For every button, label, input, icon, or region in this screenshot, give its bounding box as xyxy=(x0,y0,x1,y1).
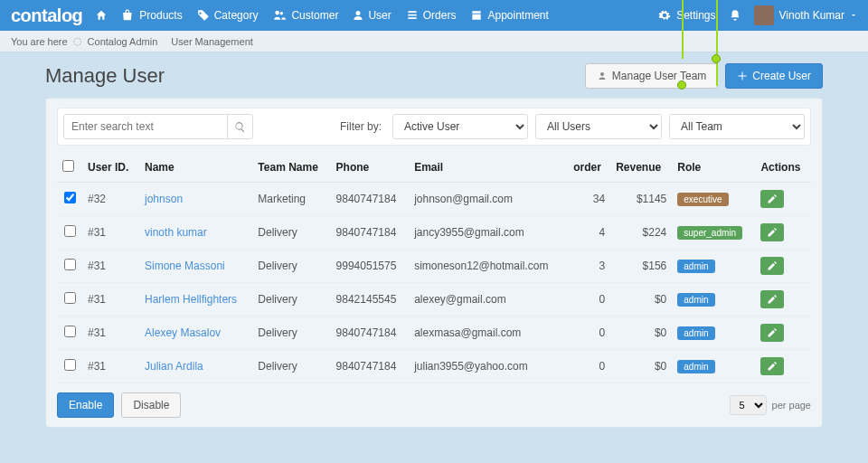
nav-label: Customer xyxy=(291,9,338,22)
cell-name-link[interactable]: vinoth kumar xyxy=(145,226,207,239)
nav-orders[interactable]: Orders xyxy=(406,9,457,22)
cell-name-link[interactable]: Simone Massoni xyxy=(145,260,225,272)
select-all-checkbox[interactable] xyxy=(62,160,74,172)
nav-customer[interactable]: Customer xyxy=(272,9,338,22)
breadcrumb: You are here ◌ Contalog Admin User Manag… xyxy=(0,31,868,52)
filter-team[interactable]: All Team xyxy=(669,114,805,139)
th-team[interactable]: Team Name xyxy=(252,153,330,183)
breadcrumb-sep: ◌ xyxy=(73,35,82,47)
row-checkbox[interactable] xyxy=(64,192,76,203)
filter-status[interactable]: Active User xyxy=(392,114,528,139)
pager: 5 per page xyxy=(730,395,811,415)
edit-button[interactable] xyxy=(760,290,784,308)
nav-label: User xyxy=(368,9,391,22)
nav-items: Products Category Customer User Orders A… xyxy=(95,9,658,22)
edit-button[interactable] xyxy=(760,190,784,208)
cell-team: Delivery xyxy=(252,250,330,283)
cell-revenue: $0 xyxy=(610,283,672,317)
disable-button[interactable]: Disable xyxy=(121,392,181,418)
cell-email: alexmasa@gmail.com xyxy=(409,317,568,350)
create-user-button[interactable]: Create User xyxy=(725,63,823,89)
cell-userid: #31 xyxy=(82,250,139,283)
th-revenue[interactable]: Revenue xyxy=(610,153,672,183)
nav-settings[interactable]: Settings xyxy=(658,9,715,22)
pencil-icon xyxy=(767,260,778,271)
cell-name-link[interactable]: Alexey Masalov xyxy=(145,326,221,339)
user-icon xyxy=(353,9,363,22)
pencil-icon xyxy=(767,294,778,305)
cell-name-link[interactable]: Julian Ardila xyxy=(145,360,203,373)
row-checkbox[interactable] xyxy=(64,259,76,270)
list-icon xyxy=(406,9,419,22)
cell-order: 0 xyxy=(568,317,610,350)
nav-user-menu[interactable]: Vinoth Kumar xyxy=(754,5,858,25)
user-name: Vinoth Kumar xyxy=(779,9,845,22)
annotation-dot xyxy=(677,80,686,90)
manage-user-team-button[interactable]: Manage User Team xyxy=(585,63,719,89)
cell-team: Delivery xyxy=(252,216,330,250)
th-name[interactable]: Name xyxy=(139,153,252,183)
nav-user[interactable]: User xyxy=(353,9,391,22)
nav-notifications[interactable] xyxy=(729,9,741,22)
breadcrumb-link[interactable]: User Management xyxy=(171,36,253,47)
cell-email: julian3955@yahoo.com xyxy=(409,350,568,383)
cell-team: Delivery xyxy=(252,317,330,350)
table-row: #32johnsonMarketing9840747184johnson@gma… xyxy=(57,183,811,216)
filter-label: Filter by: xyxy=(340,120,382,133)
nav-category[interactable]: Category xyxy=(197,9,259,22)
search-icon xyxy=(234,121,246,133)
cell-team: Delivery xyxy=(252,350,330,383)
table-footer: Enable Disable 5 per page xyxy=(57,392,811,418)
search-button[interactable] xyxy=(227,115,252,138)
plus-icon xyxy=(737,71,748,81)
cell-userid: #32 xyxy=(82,183,139,216)
button-label: Create User xyxy=(752,70,811,82)
row-checkbox[interactable] xyxy=(64,292,76,304)
pencil-icon xyxy=(767,227,778,238)
breadcrumb-sep xyxy=(163,36,165,47)
cell-userid: #31 xyxy=(82,350,139,383)
edit-button[interactable] xyxy=(760,257,784,275)
filter-users[interactable]: All Users xyxy=(535,114,662,139)
th-phone[interactable]: Phone xyxy=(331,153,410,183)
th-role[interactable]: Role xyxy=(672,153,755,183)
th-email[interactable]: Email xyxy=(409,153,568,183)
nav-right: Settings Vinoth Kumar xyxy=(658,5,857,25)
search-wrap xyxy=(63,114,253,139)
users-table: User ID. Name Team Name Phone Email orde… xyxy=(57,153,811,383)
perpage-select[interactable]: 5 xyxy=(730,395,767,415)
cell-revenue: $224 xyxy=(610,216,672,250)
cell-order: 3 xyxy=(568,250,610,283)
row-checkbox[interactable] xyxy=(64,326,76,337)
users-icon xyxy=(272,9,287,22)
pencil-icon xyxy=(767,194,778,204)
table-row: #31Julian ArdilaDelivery9840747184julian… xyxy=(57,350,811,383)
cell-name-link[interactable]: Harlem Hellfighters xyxy=(145,293,237,306)
pencil-icon xyxy=(767,327,778,338)
cell-order: 4 xyxy=(568,216,610,250)
breadcrumb-link[interactable]: Contalog Admin xyxy=(88,36,158,47)
cell-name-link[interactable]: johnson xyxy=(145,193,183,205)
th-order[interactable]: order xyxy=(568,153,610,183)
th-userid[interactable]: User ID. xyxy=(82,153,139,183)
top-nav: contalog Products Category Customer User… xyxy=(0,0,868,31)
nav-appointment[interactable]: Appointment xyxy=(470,9,548,22)
table-row: #31Harlem HellfightersDelivery9842145545… xyxy=(57,283,811,317)
page-title: Manage User xyxy=(45,64,585,88)
cell-phone: 9840747184 xyxy=(331,317,410,350)
annotation-dot xyxy=(712,54,721,63)
table-row: #31Alexey MasalovDelivery9840747184alexm… xyxy=(57,317,811,350)
nav-home[interactable] xyxy=(95,9,108,22)
cell-revenue: $0 xyxy=(610,317,672,350)
row-checkbox[interactable] xyxy=(64,225,76,237)
edit-button[interactable] xyxy=(760,324,784,342)
search-input[interactable] xyxy=(64,115,227,138)
row-checkbox[interactable] xyxy=(64,359,76,371)
edit-button[interactable] xyxy=(760,223,784,241)
bag-icon xyxy=(122,9,135,22)
th-actions: Actions xyxy=(755,153,811,183)
breadcrumb-prefix: You are here xyxy=(11,36,68,47)
nav-products[interactable]: Products xyxy=(122,9,182,22)
edit-button[interactable] xyxy=(760,357,784,375)
enable-button[interactable]: Enable xyxy=(57,392,114,418)
